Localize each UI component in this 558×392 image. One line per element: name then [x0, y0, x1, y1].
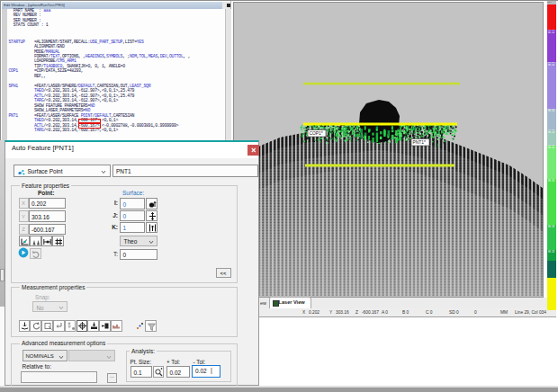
- svg-text:COP1*: COP1*: [310, 131, 323, 136]
- svg-text:PNT1*: PNT1*: [413, 140, 427, 145]
